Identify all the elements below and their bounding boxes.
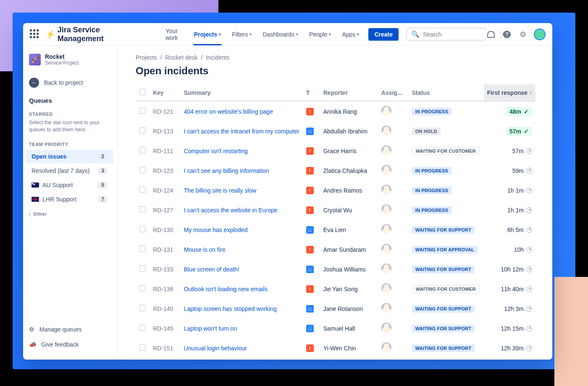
col-key[interactable]: Key (150, 84, 181, 101)
row-checkbox[interactable] (139, 285, 146, 292)
breadcrumb-rocket-desk[interactable]: Rocket desk (165, 54, 197, 61)
table-row[interactable]: RD-124The billing site is really slow!An… (136, 180, 536, 200)
assignee-avatar[interactable] (381, 185, 391, 195)
table-row[interactable]: RD-130My mouse has exploded□Eva LienWait… (136, 220, 536, 240)
issue-key[interactable]: RD-136 (150, 279, 181, 299)
table-row[interactable]: RD-111Computer isn't restarting!Grace Ha… (136, 141, 536, 161)
create-button[interactable]: Create (368, 28, 399, 41)
help-icon[interactable]: ? (502, 29, 512, 39)
issue-key[interactable]: RD-151 (150, 338, 181, 358)
issue-key[interactable]: RD-145 (150, 318, 181, 338)
issue-summary-link[interactable]: Blue screen of death! (184, 266, 239, 273)
row-checkbox[interactable] (139, 305, 146, 311)
table-row[interactable]: RD-123I can't see any billing informatio… (136, 161, 536, 180)
assignee-avatar[interactable] (381, 283, 391, 293)
assignee-avatar[interactable] (381, 342, 391, 352)
issue-key[interactable]: RD-130 (150, 220, 181, 240)
table-row[interactable]: RD-151Unusual login behaviour!Yi-Wen Chi… (136, 338, 536, 358)
assignee-avatar[interactable] (381, 145, 391, 155)
table-row[interactable]: RD-113I can't access the intranet from m… (136, 121, 536, 141)
status-badge[interactable]: In Progress (412, 206, 452, 214)
issue-key[interactable]: RD-121 (150, 101, 181, 121)
status-badge[interactable]: Waiting for Support (412, 344, 475, 352)
back-to-project[interactable]: ← Back to project (23, 72, 116, 95)
table-row[interactable]: RD-145Laptop won't turn on□Samuel HallWa… (136, 318, 536, 338)
issue-key[interactable]: RD-133 (150, 259, 181, 279)
issue-summary-link[interactable]: Laptop won't turn on (184, 325, 237, 332)
status-badge[interactable]: On Hold (412, 128, 441, 135)
col-assignee[interactable]: Assig... (378, 84, 409, 101)
assignee-avatar[interactable] (381, 244, 391, 254)
row-checkbox[interactable] (139, 147, 146, 154)
breadcrumb-incidents[interactable]: Incidents (206, 54, 229, 61)
assignee-avatar[interactable] (381, 323, 391, 333)
col-type[interactable]: T (303, 84, 320, 101)
nav-filters[interactable]: Filters▾ (227, 23, 257, 45)
col-checkbox[interactable] (136, 84, 150, 101)
col-summary[interactable]: Summary (181, 84, 303, 101)
issue-summary-link[interactable]: Computer isn't restarting (184, 148, 248, 154)
row-checkbox[interactable] (139, 127, 146, 134)
table-row[interactable]: RD-133Blue screen of death!□Joshua Willi… (136, 259, 536, 279)
status-badge[interactable]: Waiting for Support (412, 266, 475, 273)
assignee-avatar[interactable] (381, 106, 391, 116)
status-badge[interactable]: In Progress (412, 187, 452, 194)
queue-group-other[interactable]: › Other (23, 206, 116, 222)
row-checkbox[interactable] (139, 206, 146, 213)
issue-key[interactable]: RD-123 (150, 161, 181, 180)
col-status[interactable]: Status (409, 84, 484, 101)
queue-lhr-support[interactable]: LHR Support 7 (26, 193, 113, 206)
row-checkbox[interactable] (139, 226, 146, 232)
issue-summary-link[interactable]: 404 error on website's billing page (184, 108, 273, 115)
table-row[interactable]: RD-131Mouse is on fire!Amar SundaramWait… (136, 240, 536, 259)
issue-summary-link[interactable]: Outlook isn't loading new emails (184, 286, 268, 292)
table-row[interactable]: RD-140Laptop screen has stopped working□… (136, 299, 536, 318)
issue-summary-link[interactable]: My mouse has exploded (184, 227, 248, 233)
search-input[interactable] (423, 31, 496, 38)
app-switcher-icon[interactable] (30, 29, 40, 39)
issue-summary-link[interactable]: Laptop screen has stopped working (184, 305, 277, 312)
project-header[interactable]: 🚀 Rocket Service Project (23, 53, 116, 72)
issue-summary-link[interactable]: The billing site is really slow (184, 187, 257, 194)
status-badge[interactable]: In Progress (412, 167, 452, 175)
col-first-response[interactable]: First response ↑ (484, 84, 536, 101)
assignee-avatar[interactable] (381, 303, 391, 313)
row-checkbox[interactable] (139, 245, 146, 252)
issue-key[interactable]: RD-111 (150, 141, 181, 161)
status-badge[interactable]: Waiting for Support (412, 325, 475, 332)
row-checkbox[interactable] (139, 107, 146, 114)
issue-summary-link[interactable]: I can't see any billing information (184, 167, 269, 174)
col-reporter[interactable]: Reporter (320, 84, 378, 101)
assignee-avatar[interactable] (381, 165, 391, 175)
issue-summary-link[interactable]: I can't access the intranet from my comp… (184, 128, 299, 135)
nav-people[interactable]: People▾ (304, 23, 336, 45)
notifications-icon[interactable] (486, 29, 496, 39)
status-badge[interactable]: Waiting for Customer (412, 285, 480, 293)
settings-icon[interactable]: ⚙ (518, 29, 528, 39)
row-checkbox[interactable] (139, 265, 146, 272)
assignee-avatar[interactable] (381, 125, 391, 136)
table-row[interactable]: RD-121404 error on website's billing pag… (136, 101, 536, 121)
give-feedback[interactable]: 📣 Give feedback (23, 337, 116, 352)
row-checkbox[interactable] (139, 186, 146, 193)
table-row[interactable]: RD-127I can't access the website in Euro… (136, 200, 536, 220)
issue-key[interactable]: RD-113 (150, 121, 181, 141)
queue-au-support[interactable]: AU Support 5 (26, 178, 113, 192)
nav-apps[interactable]: Apps▾ (337, 23, 364, 45)
issue-summary-link[interactable]: Unusual login behaviour (184, 345, 247, 352)
row-checkbox[interactable] (139, 344, 146, 351)
issue-key[interactable]: RD-124 (150, 180, 181, 200)
queue-resolved[interactable]: Resolved (last 7 days) 3 (26, 164, 113, 177)
status-badge[interactable]: Waiting for Support (412, 305, 475, 313)
profile-avatar[interactable] (534, 29, 546, 40)
status-badge[interactable]: Waiting for Customer (412, 147, 480, 155)
issue-key[interactable]: RD-127 (150, 200, 181, 220)
nav-your-work[interactable]: Your work (155, 23, 188, 45)
product-logo[interactable]: ⚡ Jira Service Management (46, 26, 147, 43)
row-checkbox[interactable] (139, 324, 146, 331)
manage-queues[interactable]: ⚙ Manage queues (23, 322, 116, 337)
table-row[interactable]: RD-136Outlook isn't loading new emails!J… (136, 279, 536, 299)
queue-open-issues[interactable]: Open issues 2 (26, 150, 113, 163)
assignee-avatar[interactable] (381, 263, 391, 274)
nav-dashboards[interactable]: Dashboards▾ (257, 23, 303, 45)
